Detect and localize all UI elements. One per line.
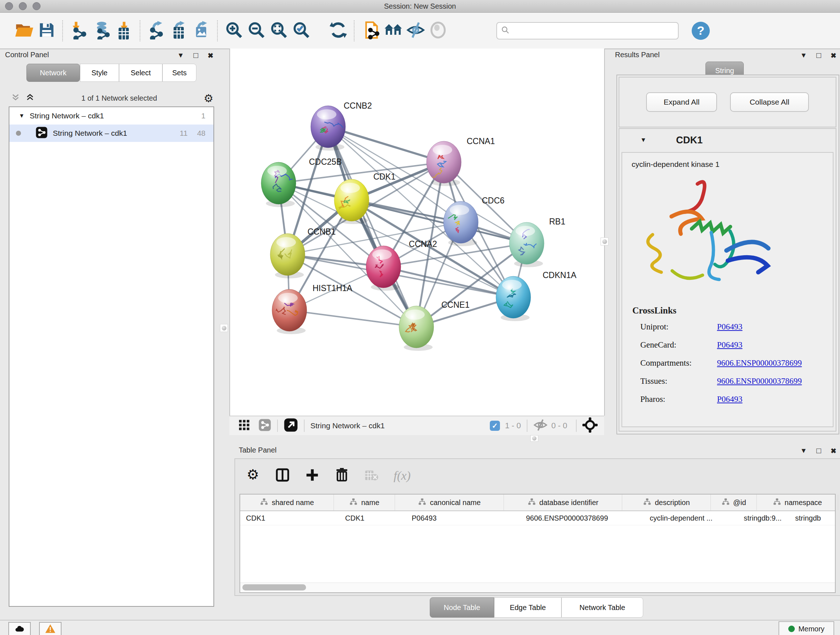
- column-header-canonical-name[interactable]: canonical name: [395, 494, 504, 510]
- open-in-new-icon[interactable]: [284, 418, 298, 434]
- zoom-in-icon[interactable]: [225, 21, 243, 41]
- export-image-icon[interactable]: [192, 21, 211, 41]
- add-column-icon[interactable]: [305, 467, 320, 484]
- hide-selected-button[interactable]: [404, 19, 427, 42]
- panel-float-icon[interactable]: □: [816, 446, 821, 455]
- table-cell[interactable]: stringdb: [789, 511, 840, 525]
- panel-menu-icon[interactable]: ▼: [800, 447, 807, 455]
- import-network-database-button[interactable]: [90, 19, 113, 42]
- result-entry-header[interactable]: ▼ CDK1: [619, 129, 836, 151]
- node-CDC25B[interactable]: [261, 162, 296, 207]
- string-import-button[interactable]: [360, 19, 382, 42]
- column-header-description[interactable]: description: [622, 494, 711, 510]
- string-import-icon[interactable]: [362, 21, 380, 41]
- node-CCNE1[interactable]: [399, 306, 434, 351]
- hidden-eye-icon[interactable]: [533, 418, 548, 434]
- table-row[interactable]: CDK1CDK1P064939606.ENSP00000378699cyclin…: [240, 511, 835, 525]
- node-CCNB1[interactable]: [270, 233, 305, 279]
- panel-close-icon[interactable]: ✖: [831, 51, 836, 60]
- crosslink-link[interactable]: 9606.ENSP00000378699: [717, 358, 802, 368]
- zoom-out-icon[interactable]: [247, 21, 266, 41]
- collapse-all-button[interactable]: Collapse All: [730, 92, 809, 112]
- right-splitter-grip[interactable]: [600, 238, 608, 245]
- export-network-icon[interactable]: [147, 21, 166, 41]
- panel-menu-icon[interactable]: ▼: [177, 51, 184, 59]
- edge-CCNB2-CCNE1[interactable]: [328, 127, 416, 327]
- panel-float-icon[interactable]: □: [816, 51, 821, 60]
- network-collection-row[interactable]: ▼ String Network – cdk1 1: [9, 107, 213, 125]
- hide-selected-icon[interactable]: [406, 21, 425, 41]
- collapse-triangle-icon[interactable]: ▼: [19, 112, 30, 119]
- table-cell[interactable]: CDK1: [240, 511, 339, 525]
- split-panel-icon[interactable]: [275, 467, 290, 484]
- edge-CCNA2-CDKN1A[interactable]: [384, 267, 513, 297]
- import-table-icon[interactable]: [115, 21, 134, 41]
- panel-float-icon[interactable]: □: [194, 51, 198, 60]
- import-table-button[interactable]: [113, 19, 135, 42]
- cloud-button[interactable]: [8, 622, 31, 635]
- enrichment-homes-icon[interactable]: [384, 21, 403, 41]
- horizontal-splitter-grip[interactable]: [531, 435, 538, 442]
- crosshair-icon[interactable]: [583, 417, 598, 434]
- node-CCNA1[interactable]: [426, 141, 461, 186]
- gear-icon[interactable]: ⚙: [204, 92, 213, 105]
- share-view-icon[interactable]: [258, 418, 271, 433]
- warning-button[interactable]: [39, 622, 62, 635]
- zoom-out-button[interactable]: [245, 19, 268, 42]
- import-network-icon[interactable]: [70, 21, 88, 41]
- expand-all-icon[interactable]: [11, 93, 20, 103]
- left-splitter-grip[interactable]: [220, 324, 228, 332]
- table-settings-icon[interactable]: ⚙: [245, 467, 261, 484]
- zoom-fit-icon[interactable]: [270, 21, 288, 41]
- import-network-button[interactable]: [68, 19, 90, 42]
- table-cell[interactable]: P06493: [406, 511, 520, 525]
- column-header-namespace[interactable]: namespace: [757, 494, 838, 510]
- panel-close-icon[interactable]: ✖: [208, 51, 213, 60]
- zoom-selected-icon[interactable]: [292, 21, 311, 41]
- collapse-triangle-icon[interactable]: ▼: [640, 136, 646, 144]
- export-table-button[interactable]: [168, 19, 190, 42]
- column-header-@id[interactable]: @id: [711, 494, 757, 510]
- panel-close-icon[interactable]: ✖: [831, 447, 836, 455]
- open-session-button[interactable]: [13, 19, 35, 42]
- node-CCNB2[interactable]: [311, 106, 346, 150]
- edge-CCNB2-CCNA1[interactable]: [328, 127, 444, 162]
- enrichment-homes-button[interactable]: [382, 19, 404, 42]
- save-session-button[interactable]: [35, 19, 58, 42]
- refresh-icon[interactable]: [329, 21, 347, 41]
- help-button[interactable]: ?: [692, 22, 710, 40]
- network-row-selected[interactable]: String Network – cdk1 11 48: [9, 125, 213, 142]
- export-table-icon[interactable]: [170, 21, 188, 41]
- export-network-button[interactable]: [145, 19, 168, 42]
- tab-style[interactable]: Style: [80, 64, 119, 82]
- selected-checkbox[interactable]: ✓: [490, 421, 500, 431]
- crosslink-link[interactable]: P06493: [717, 340, 742, 350]
- expand-all-button[interactable]: Expand All: [646, 92, 717, 112]
- crosslink-link[interactable]: P06493: [717, 394, 742, 404]
- network-canvas[interactable]: CCNB2CCNA1CDC25BCDK1CDC6RB1CCNB1CCNA2CDK…: [229, 49, 605, 416]
- memory-button[interactable]: Memory: [778, 621, 834, 635]
- collapse-all-icon[interactable]: [25, 93, 35, 103]
- table-cell[interactable]: CDK1: [339, 511, 406, 525]
- import-network-database-icon[interactable]: [92, 21, 111, 41]
- table-cell[interactable]: 9606.ENSP00000378699: [520, 511, 644, 525]
- node-RB1[interactable]: [509, 222, 544, 267]
- refresh-button[interactable]: [327, 19, 349, 42]
- grid-view-icon[interactable]: [238, 419, 250, 432]
- search-box[interactable]: [496, 22, 679, 40]
- table-cell[interactable]: stringdb:9...: [738, 511, 789, 525]
- export-image-button[interactable]: [190, 19, 213, 42]
- crosslink-link[interactable]: P06493: [717, 322, 742, 332]
- edge-HIST1H1A-CCNE1[interactable]: [289, 310, 416, 327]
- tab-edge-table[interactable]: Edge Table: [494, 597, 561, 618]
- open-session-icon[interactable]: [14, 20, 34, 41]
- table-cell[interactable]: cyclin-dependent ...: [644, 511, 738, 525]
- column-header-database-identifier[interactable]: database identifier: [504, 494, 622, 510]
- zoom-fit-button[interactable]: [268, 19, 290, 42]
- zoom-in-button[interactable]: [223, 19, 245, 42]
- zoom-selected-button[interactable]: [290, 19, 313, 42]
- search-input[interactable]: [510, 26, 674, 35]
- panel-menu-icon[interactable]: ▼: [800, 51, 807, 59]
- save-session-icon[interactable]: [38, 21, 56, 41]
- crosslink-link[interactable]: 9606.ENSP00000378699: [717, 377, 802, 386]
